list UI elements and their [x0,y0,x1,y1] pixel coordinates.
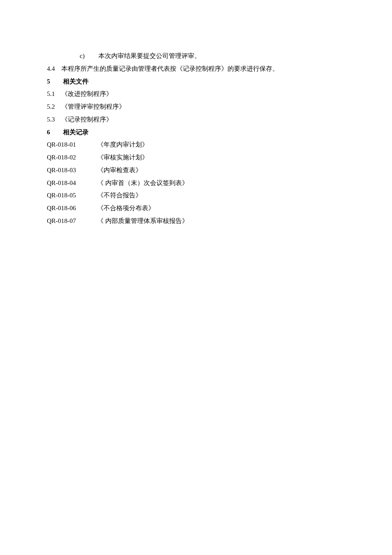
record-name: 《 内审首（末）次会议签到表》 [97,177,188,189]
record-name: 《 内部质量管理体系审核报告》 [97,215,188,227]
record-code: QR-018-07 [47,215,97,227]
item-text: 《记录控制程序》 [61,114,112,126]
list-item-text: 本次内审结果要提交公司管理评审。 [98,50,201,62]
section-6-heading: 6 相关记录 [47,127,345,139]
record-row: QR-018-01 《年度内审计划》 [47,139,345,151]
record-code: QR-018-03 [47,165,97,176]
record-code: QR-018-04 [47,177,97,189]
section-5-item: 5.3 《记录控制程序》 [47,114,345,126]
paragraph-text: 本程序所产生的质量记录由管理者代表按《记录控制程序》的要求进行保存。 [61,63,279,75]
section-title: 相关记录 [63,127,89,139]
item-text: 《改进控制程序》 [61,88,112,100]
record-name: 《年度内审计划》 [97,139,148,151]
section-5-heading: 5 相关文件 [47,76,345,88]
section-number: 6 [47,127,63,139]
record-row: QR-018-07 《 内部质量管理体系审核报告》 [47,215,345,227]
section-5-item: 5.2 《管理评审控制程序》 [47,101,345,113]
section-5-item: 5.1 《改进控制程序》 [47,88,345,100]
record-row: QR-018-05 《不符合报告》 [47,190,345,202]
record-row: QR-018-04 《 内审首（末）次会议签到表》 [47,177,345,189]
item-label: 5.2 [47,101,61,113]
record-row: QR-018-06 《不合格项分布表》 [47,202,345,214]
item-text: 《管理评审控制程序》 [61,101,125,113]
record-name: 《内审检查表》 [97,165,142,176]
item-label: 5.3 [47,114,61,126]
record-name: 《不合格项分布表》 [97,202,155,214]
section-number: 5 [47,76,63,88]
record-row: QR-018-02 《审核实施计划》 [47,152,345,164]
paragraph-44: 4.4 本程序所产生的质量记录由管理者代表按《记录控制程序》的要求进行保存。 [47,63,345,75]
record-code: QR-018-02 [47,152,97,164]
record-name: 《审核实施计划》 [97,152,148,164]
paragraph-label: 4.4 [47,63,61,75]
record-row: QR-018-03 《内审检查表》 [47,165,345,176]
list-item-label: c) [80,50,98,62]
section-title: 相关文件 [63,76,89,88]
list-item-c: c) 本次内审结果要提交公司管理评审。 [47,50,345,62]
item-label: 5.1 [47,88,61,100]
record-code: QR-018-05 [47,190,97,202]
record-name: 《不符合报告》 [97,190,142,202]
record-code: QR-018-06 [47,202,97,214]
record-code: QR-018-01 [47,139,97,151]
